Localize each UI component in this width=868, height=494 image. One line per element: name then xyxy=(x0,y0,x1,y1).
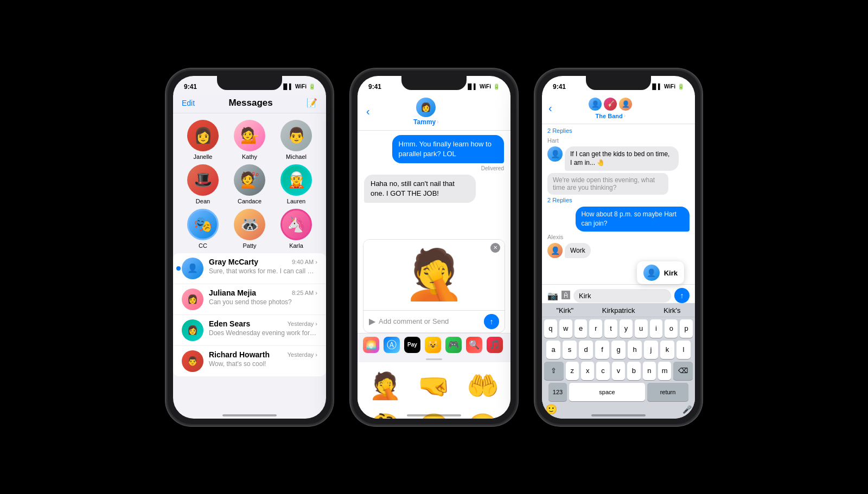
sticker-5[interactable]: 🤫 xyxy=(411,408,457,419)
group-back-button[interactable]: ‹ xyxy=(548,102,552,114)
stickers-icon[interactable]: 🎮 xyxy=(445,337,462,353)
key-m[interactable]: m xyxy=(658,362,671,380)
key-t[interactable]: t xyxy=(604,319,617,338)
time-2: 9:41 xyxy=(368,83,381,91)
key-r[interactable]: r xyxy=(589,319,602,338)
sticker-2[interactable]: 🤜 xyxy=(411,367,457,406)
contact-cc[interactable]: 🎭 CC xyxy=(182,209,224,249)
key-b[interactable]: b xyxy=(627,362,640,380)
autocorrect-1[interactable]: "Kirk" xyxy=(556,306,573,315)
contact-lauren[interactable]: 🧝 Lauren xyxy=(275,164,317,204)
key-q[interactable]: q xyxy=(544,319,557,338)
list-item[interactable]: 👤 Gray McCarty 9:40 AM › Sure, that work… xyxy=(173,253,326,284)
key-p[interactable]: p xyxy=(680,319,693,338)
message-input[interactable]: Add comment or Send xyxy=(379,317,481,325)
edit-button[interactable]: Edit xyxy=(182,99,195,107)
message-bubble-outgoing: Hmm. You finally learn how to parallel p… xyxy=(392,135,504,163)
contact-patty[interactable]: 🦝 Patty xyxy=(228,209,271,249)
music-icon[interactable]: 🎵 xyxy=(487,337,503,353)
key-i[interactable]: i xyxy=(650,319,663,338)
key-x[interactable]: x xyxy=(581,362,594,380)
key-o[interactable]: o xyxy=(665,319,678,338)
search-app-icon[interactable]: 🔍 xyxy=(466,337,482,353)
sticker-6[interactable]: 🤭 xyxy=(459,408,506,419)
photos-app-icon[interactable]: 🌅 xyxy=(363,337,379,353)
autocorrect-2[interactable]: Kirkpatrick xyxy=(602,306,635,315)
key-numbers[interactable]: 123 xyxy=(548,383,567,401)
memoji-compose-area: ✕ 🤦 ▶ Add comment or Send ↑ xyxy=(363,239,505,333)
key-shift[interactable]: ⇧ xyxy=(544,362,564,380)
list-item[interactable]: 👩 Juliana Mejia 8:25 AM › Can you send t… xyxy=(173,284,326,315)
emoji-key[interactable]: 🙂 xyxy=(545,403,557,415)
send-button-3[interactable]: ↑ xyxy=(674,288,690,303)
key-g[interactable]: g xyxy=(611,341,626,359)
chat-contact-info[interactable]: 👩 Tammy › xyxy=(413,98,438,126)
sticker-4[interactable]: 🤔 xyxy=(362,408,409,419)
close-memoji-button[interactable]: ✕ xyxy=(490,243,500,253)
microphone-key[interactable]: 🎤 xyxy=(682,405,692,414)
camera-icon-3[interactable]: 📷 xyxy=(547,291,558,301)
key-a[interactable]: a xyxy=(546,341,560,359)
kirk-mention-avatar: 👤 xyxy=(643,265,660,281)
key-f[interactable]: f xyxy=(595,341,609,359)
key-j[interactable]: j xyxy=(644,341,658,359)
contact-michael[interactable]: 👨 Michael xyxy=(275,120,317,160)
key-u[interactable]: u xyxy=(635,319,648,338)
battery-icon-2: 🔋 xyxy=(493,84,500,89)
key-d[interactable]: d xyxy=(579,341,593,359)
key-w[interactable]: w xyxy=(559,319,572,338)
list-item[interactable]: 👨 Richard Howarth Yesterday › Wow, that'… xyxy=(173,346,326,376)
key-delete[interactable]: ⌫ xyxy=(673,362,693,380)
memoji-app-icon[interactable]: 😺 xyxy=(425,337,441,353)
signal-icon: ▐▌▌ xyxy=(282,84,293,89)
key-c[interactable]: c xyxy=(596,362,609,380)
key-y[interactable]: y xyxy=(620,319,633,338)
sticker-3[interactable]: 🤲 xyxy=(459,367,506,406)
contact-dean[interactable]: 🎩 Dean xyxy=(182,164,224,204)
home-indicator-1 xyxy=(222,414,277,416)
send-button[interactable]: ↑ xyxy=(484,314,499,329)
key-space[interactable]: space xyxy=(569,383,645,401)
autocorrect-3[interactable]: Kirk's xyxy=(663,306,680,315)
inline-reply-bubble: We're wide open this evening, what time … xyxy=(547,173,668,195)
camera-button[interactable]: ▶ xyxy=(369,316,375,326)
mention-dropdown[interactable]: 👤 Kirk xyxy=(637,261,684,284)
key-h[interactable]: h xyxy=(628,341,642,359)
sender-label-alexis: Alexis xyxy=(547,234,690,240)
contact-candace[interactable]: 💇 Candace xyxy=(228,164,271,204)
sticker-1[interactable]: 🤦 xyxy=(362,367,409,406)
key-e[interactable]: e xyxy=(575,319,588,338)
bubble-text: Hmm. You finally learn how to parallel p… xyxy=(399,140,492,158)
key-return[interactable]: return xyxy=(647,383,688,401)
appstore-icon[interactable]: Ⓐ xyxy=(384,337,400,353)
contact-kathy[interactable]: 💁 Kathy xyxy=(228,120,271,160)
phone-2-screen: 9:41 ▐▌▌ WiFi 🔋 ‹ 👩 Tammy › xyxy=(358,76,510,419)
status-icons-2: ▐▌▌ WiFi 🔋 xyxy=(466,84,500,89)
contact-janelle[interactable]: 👩 Janelle xyxy=(182,120,224,160)
contact-karla[interactable]: 🦄 Karla xyxy=(275,209,317,249)
key-z[interactable]: z xyxy=(566,362,579,380)
contact-name-candace: Candace xyxy=(238,198,261,204)
key-row-3: ⇧ z x c v b n m ⌫ xyxy=(544,362,693,380)
compose-icon[interactable]: 📝 xyxy=(307,98,317,108)
key-s[interactable]: s xyxy=(563,341,577,359)
list-item[interactable]: 👩 Eden Sears Yesterday › Does Wednesday … xyxy=(173,315,326,346)
key-n[interactable]: n xyxy=(643,362,656,380)
apps-icon-3[interactable]: 🅰 xyxy=(561,291,570,300)
drag-handle xyxy=(426,358,442,360)
sender-name: Gray McCarty xyxy=(209,258,258,266)
notch-1 xyxy=(217,76,282,90)
compose-input-3[interactable]: Kirk xyxy=(573,289,671,303)
key-l[interactable]: l xyxy=(676,341,691,359)
message-content: Eden Sears Yesterday › Does Wednesday ev… xyxy=(209,319,317,337)
key-k[interactable]: k xyxy=(660,341,674,359)
memoji-preview: ✕ 🤦 xyxy=(363,240,505,310)
message-preview: Wow, that's so cool! xyxy=(209,360,317,368)
group-avatars[interactable]: 👤 🎸 👤 The Band › xyxy=(589,98,632,119)
contact-name-patty: Patty xyxy=(242,242,256,249)
key-v[interactable]: v xyxy=(612,362,625,380)
back-button[interactable]: ‹ xyxy=(366,105,370,118)
message-time: Yesterday › xyxy=(288,320,317,327)
applepay-icon[interactable]: Pay xyxy=(404,337,420,353)
group-name: The Band xyxy=(596,113,623,119)
